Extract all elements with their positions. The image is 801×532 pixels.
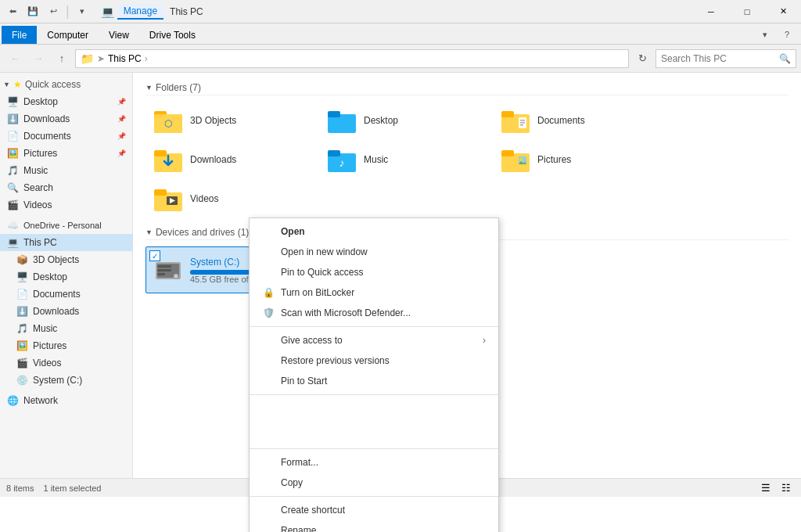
network-icon: 🌐 xyxy=(6,394,19,407)
sidebar-label-3dobjects: 3D Objects xyxy=(33,254,79,265)
breadcrumb[interactable]: 📁 ➤ This PC › xyxy=(75,49,629,68)
ctx-bitlocker-label: Turn on BitLocker xyxy=(281,287,354,298)
sidebar-item-music2[interactable]: 🎵 Music xyxy=(0,320,132,337)
help-button[interactable]: ? xyxy=(778,25,796,44)
ctx-pin-start[interactable]: Pin to Start xyxy=(250,371,498,391)
ctx-divider-3 xyxy=(250,448,498,449)
folder-downloads[interactable]: Downloads xyxy=(145,141,318,178)
sidebar-item-music[interactable]: 🎵 Music xyxy=(0,162,132,179)
folder-videos[interactable]: Videos xyxy=(145,180,318,217)
folder-documents[interactable]: Documents xyxy=(493,102,665,139)
sidebar-item-systemc[interactable]: 💿 System (C:) xyxy=(0,372,132,389)
ctx-open[interactable]: Open xyxy=(250,221,498,242)
sidebar-item-videos[interactable]: 🎬 Videos xyxy=(0,196,132,214)
ctx-give-access-arrow: › xyxy=(483,335,486,346)
svg-rect-18 xyxy=(501,150,514,156)
up-button[interactable]: ↑ xyxy=(52,49,72,69)
back-button[interactable]: ← xyxy=(5,49,25,69)
tab-computer[interactable]: Computer xyxy=(37,26,99,44)
svg-rect-10 xyxy=(520,122,525,124)
ribbon-toggle[interactable]: ▾ xyxy=(756,25,774,44)
sidebar-item-pictures2[interactable]: 🖼️ Pictures xyxy=(0,337,132,354)
ctx-open-new-window[interactable]: Open in new window xyxy=(250,242,498,262)
ctx-bitlocker[interactable]: 🔒 Turn on BitLocker xyxy=(250,282,498,303)
sidebar-label-search: Search xyxy=(23,182,53,193)
qat-btn-1[interactable]: ⬅ xyxy=(3,2,22,21)
documents2-icon: 📄 xyxy=(16,288,28,300)
folders-section-title[interactable]: ▼ Folders (7) xyxy=(145,82,788,95)
folder-icon-3dobjects: ⬡ xyxy=(153,105,184,136)
item-count: 8 items xyxy=(6,483,34,493)
ctx-restore-versions-label: Restore previous versions xyxy=(281,355,390,366)
ctx-rename[interactable]: Rename xyxy=(250,520,498,532)
thispc-icon: 💻 xyxy=(6,236,19,249)
folder-3dobjects[interactable]: ⬡ 3D Objects xyxy=(145,102,318,139)
folder-desktop[interactable]: Desktop xyxy=(319,102,491,139)
svg-rect-29 xyxy=(157,269,171,271)
ctx-give-access-icon xyxy=(262,334,275,347)
search-box[interactable]: 🔍 xyxy=(656,49,796,68)
svg-point-20 xyxy=(519,158,523,161)
sidebar-item-network[interactable]: 🌐 Network xyxy=(0,392,132,409)
search-input[interactable] xyxy=(661,53,776,64)
close-button[interactable]: ✕ xyxy=(765,0,801,23)
maximize-button[interactable]: □ xyxy=(729,0,765,23)
sidebar-item-desktop[interactable]: 🖥️ Desktop 📌 xyxy=(0,93,132,110)
sidebar-item-downloads[interactable]: ⬇️ Downloads 📌 xyxy=(0,110,132,128)
tab-file[interactable]: File xyxy=(2,26,37,44)
sidebar-label-network: Network xyxy=(23,395,58,406)
sidebar-item-desktop2[interactable]: 🖥️ Desktop xyxy=(0,268,132,286)
documents-icon: 📄 xyxy=(6,130,19,142)
sidebar-item-pictures[interactable]: 🖼️ Pictures 📌 xyxy=(0,145,132,162)
manage-label: Manage xyxy=(117,4,163,20)
onedrive-icon: ☁️ xyxy=(6,219,19,232)
forward-button[interactable]: → xyxy=(28,49,48,69)
tab-drive-tools[interactable]: Drive Tools xyxy=(139,26,206,44)
quick-access-header[interactable]: ▼ ★ Quick access xyxy=(0,76,132,93)
ctx-defender[interactable]: 🛡️ Scan with Microsoft Defender... xyxy=(250,303,498,323)
ctx-defender-icon: 🛡️ xyxy=(262,307,275,319)
sidebar-item-search[interactable]: 🔍 Search xyxy=(0,179,132,196)
sidebar-item-onedrive[interactable]: ☁️ OneDrive - Personal xyxy=(0,217,132,234)
folder-music[interactable]: ♪ Music xyxy=(319,141,491,178)
folder-icon-music: ♪ xyxy=(326,144,357,175)
ctx-restore-versions[interactable]: Restore previous versions xyxy=(250,350,498,371)
ctx-format[interactable]: Format... xyxy=(250,452,498,473)
folder-icon-downloads xyxy=(153,144,184,175)
folder-pictures[interactable]: Pictures xyxy=(493,141,665,178)
tab-view[interactable]: View xyxy=(99,26,139,44)
sidebar-item-3dobjects[interactable]: 📦 3D Objects xyxy=(0,251,132,268)
list-view-button[interactable]: ☰ xyxy=(757,480,774,497)
music-icon: 🎵 xyxy=(6,164,19,177)
refresh-button[interactable]: ↻ xyxy=(632,49,652,69)
desktop-icon: 🖥️ xyxy=(6,95,19,108)
sidebar-item-downloads2[interactable]: ⬇️ Downloads xyxy=(0,303,132,320)
sidebar-item-documents[interactable]: 📄 Documents 📌 xyxy=(0,128,132,145)
svg-rect-7 xyxy=(501,111,514,117)
breadcrumb-thispc[interactable]: This PC xyxy=(108,53,142,64)
qat-customize[interactable]: ▾ xyxy=(73,2,92,21)
pictures-icon: 🖼️ xyxy=(6,147,19,160)
videos2-icon: 🎬 xyxy=(16,357,28,369)
drives-collapse-icon: ▼ xyxy=(145,228,153,236)
qat-btn-undo[interactable]: ↩ xyxy=(44,2,63,21)
sidebar-item-videos2[interactable]: 🎬 Videos xyxy=(0,354,132,372)
ctx-give-access[interactable]: Give access to › xyxy=(250,330,498,350)
star-icon: ★ xyxy=(13,79,22,90)
sidebar: ▼ ★ Quick access 🖥️ Desktop 📌 ⬇️ Downloa… xyxy=(0,73,133,478)
sidebar-label-thispc: This PC xyxy=(23,237,57,248)
sidebar-item-thispc[interactable]: 💻 This PC xyxy=(0,234,132,251)
ctx-pin-quick-access[interactable]: Pin to Quick access xyxy=(250,262,498,282)
ctx-pin-start-label: Pin to Start xyxy=(281,376,327,386)
svg-rect-13 xyxy=(154,150,167,156)
details-view-button[interactable]: ☷ xyxy=(778,480,795,497)
ctx-create-shortcut[interactable]: Create shortcut xyxy=(250,500,498,520)
sidebar-item-documents2[interactable]: 📄 Documents xyxy=(0,286,132,303)
ctx-open-new-window-label: Open in new window xyxy=(281,246,368,257)
qat-btn-save[interactable]: 💾 xyxy=(23,2,42,21)
ctx-copy[interactable]: Copy xyxy=(250,473,498,493)
minimize-button[interactable]: ─ xyxy=(693,0,729,23)
folder-name-desktop: Desktop xyxy=(364,115,398,126)
ctx-pin-icon xyxy=(262,266,275,279)
folder-name-downloads: Downloads xyxy=(190,154,236,165)
